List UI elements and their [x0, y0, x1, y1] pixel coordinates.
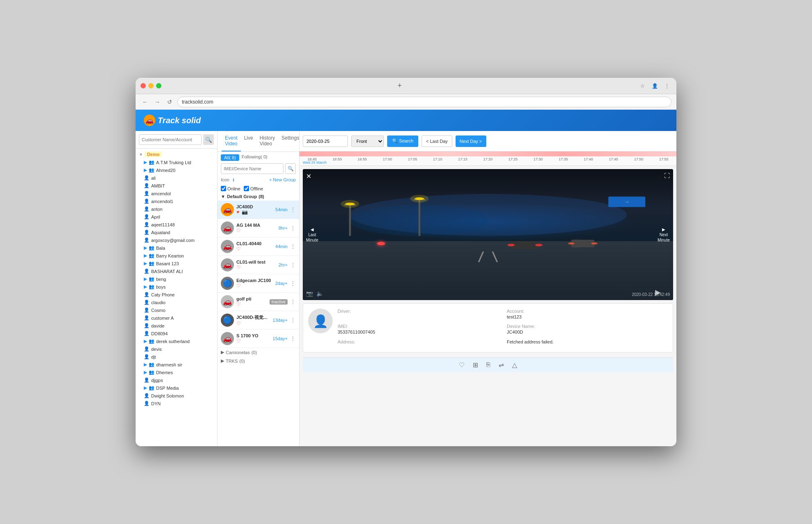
sidebar-item-dhemes[interactable]: ▶ 👥 Dhemes [136, 368, 217, 376]
device-item-s1700yo[interactable]: 🚗 S 1700 YO ♡ 15day+ ⋮ [218, 330, 299, 348]
grid-action-icon[interactable]: ⊞ [473, 361, 478, 369]
sidebar-item-anton[interactable]: 👤 anton [136, 205, 217, 213]
device-item-jc400d[interactable]: 🚗 JC400D ♥ 📷 54min ⋮ [218, 201, 299, 219]
video-prev-button[interactable]: ◀ Last Minute [306, 227, 318, 242]
tab-history-video[interactable]: History Video [256, 131, 278, 151]
device-item-cl01-willtest[interactable]: 🚗 CL01-will test ♡ 2hr+ ⋮ [218, 256, 299, 274]
sidebar-item-dsp[interactable]: ▶ 👥 DSP Media [136, 384, 217, 392]
sidebar-item-ali[interactable]: 👤 ali [136, 174, 217, 182]
heart-icon[interactable]: ♡ [236, 264, 241, 270]
sidebar-item-aqualand[interactable]: 👤 Aqualand [136, 228, 217, 236]
sidebar-item-djjgps[interactable]: 👤 djjgps [136, 376, 217, 384]
tab-live[interactable]: Live [241, 131, 256, 151]
maximize-button[interactable] [156, 83, 161, 88]
copy-action-icon[interactable]: ⎘ [486, 361, 490, 369]
tab-event-video[interactable]: Event Video [222, 131, 241, 151]
camera-icon[interactable]: 📷 [242, 209, 248, 215]
user-icon[interactable]: 👤 [650, 81, 659, 90]
sidebar-item-amcendol1[interactable]: 👤 amcendol1 [136, 197, 217, 205]
sidebar-item-beng[interactable]: ▶ 👥 beng [136, 275, 217, 283]
heart-icon[interactable]: ♡ [236, 228, 241, 233]
video-fullscreen-button[interactable]: ⛶ [664, 172, 670, 179]
sidebar-item-april[interactable]: 👤 April [136, 213, 217, 221]
route-action-icon[interactable]: ⇌ [499, 361, 504, 369]
close-button[interactable] [141, 83, 146, 88]
device-item-jc400d-vision[interactable]: 🔵 JC400D-视觉... ♡ 13day+ ⋮ [218, 311, 299, 330]
tab-settings[interactable]: Settings [278, 131, 299, 151]
device-more-menu[interactable]: ⋮ [290, 262, 296, 268]
sidebar-item-derek[interactable]: ▶ 👥 derek sutherland [136, 337, 217, 345]
new-tab-button[interactable]: + [397, 81, 402, 90]
device-more-menu[interactable]: ⋮ [290, 243, 296, 250]
device-item-golf[interactable]: 🚗 golf pti ♡ Inactive ⋮ [218, 293, 299, 311]
device-more-menu[interactable]: ⋮ [290, 206, 296, 213]
camera-select[interactable]: Front [351, 136, 384, 147]
minimize-button[interactable] [148, 83, 154, 88]
favorite-action-icon[interactable]: ♡ [459, 361, 465, 369]
sidebar-item-ambit[interactable]: 👤 AMBIT [136, 182, 217, 190]
customer-search-input[interactable] [139, 134, 202, 145]
reload-button[interactable]: ↺ [165, 97, 174, 106]
device-more-menu[interactable]: ⋮ [290, 335, 296, 342]
filter-following-btn[interactable]: Following( 0) [242, 154, 268, 161]
screenshot-icon[interactable]: 📷 [306, 290, 313, 297]
customer-search-button[interactable]: 🔍 [203, 134, 214, 145]
back-button[interactable]: ← [141, 97, 150, 106]
sidebar-item-djt[interactable]: 👤 djt [136, 353, 217, 361]
offline-filter[interactable]: Offline [244, 186, 263, 191]
sidebar-item-customer-a[interactable]: 👤 customer A [136, 314, 217, 322]
sidebar-item-dharmesh[interactable]: ▶ 👥 dharmesh sir [136, 361, 217, 368]
online-filter[interactable]: Online [221, 186, 240, 191]
heart-icon[interactable]: ♥ [236, 209, 239, 215]
forward-button[interactable]: → [153, 97, 162, 106]
sidebar-item-basharat[interactable]: 👤 BASHARAT ALI [136, 267, 217, 275]
device-item-edgecam[interactable]: 🔵 Edgecam JC100 ♡ 2day+ ⋮ [218, 274, 299, 293]
device-item-cl01-40440[interactable]: 🚗 CL01-40440 ♡ 44min ⋮ [218, 237, 299, 256]
device-more-menu[interactable]: ⋮ [290, 317, 296, 323]
device-more-menu[interactable]: ⋮ [290, 298, 296, 305]
sidebar-item-dd8094[interactable]: 👤 DD8094 [136, 330, 217, 337]
sidebar-item-cosmo[interactable]: 👤 Cosmo [136, 306, 217, 314]
icon-filter-info[interactable]: ℹ [233, 178, 234, 182]
video-close-button[interactable]: ✕ [306, 172, 311, 180]
sidebar-item-devis[interactable]: 👤 devis [136, 345, 217, 353]
new-group-btn[interactable]: + New Group [269, 177, 296, 182]
sidebar-item-amcendol[interactable]: 👤 amcendol [136, 190, 217, 197]
alert-action-icon[interactable]: △ [512, 361, 517, 369]
device-more-menu[interactable]: ⋮ [290, 225, 296, 231]
collapse-icon[interactable]: ▼ [221, 194, 225, 199]
filter-all-btn[interactable]: All( 8) [221, 154, 239, 161]
sidebar-item-atm[interactable]: ▶ 👥 A.T.M Truking Ltd [136, 158, 217, 166]
heart-icon[interactable]: ♡ [236, 283, 241, 289]
sidebar-item-aqeel[interactable]: 👤 aqeel11148 [136, 221, 217, 228]
heart-icon[interactable]: ♡ [236, 338, 241, 344]
sidebar-item-dyn[interactable]: 👤 DYN [136, 400, 217, 407]
search-button[interactable]: 🔍 Search [387, 136, 418, 147]
device-search-button[interactable]: 🔍 [285, 163, 296, 174]
heart-icon[interactable]: ♡ [236, 301, 241, 307]
sidebar-item-demo[interactable]: ▼ Demo [136, 150, 217, 158]
sidebar-item-caty[interactable]: 👤 Caty Phone [136, 291, 217, 298]
device-more-menu[interactable]: ⋮ [290, 280, 296, 287]
sidebar-item-dwight[interactable]: 👤 Dwight Solomon [136, 392, 217, 400]
offline-checkbox[interactable] [244, 186, 249, 191]
address-bar[interactable] [177, 97, 671, 107]
device-search-input[interactable] [221, 163, 284, 174]
heart-icon[interactable]: ♡ [236, 246, 241, 252]
sub-group-trks[interactable]: ▶ TRKS (0) [218, 357, 299, 365]
video-next-button[interactable]: ▶ Next Minute [658, 227, 670, 242]
sidebar-item-ahmed20[interactable]: ▶ 👥 Ahmed20 [136, 166, 217, 174]
last-day-button[interactable]: < Last Day [422, 136, 452, 147]
sub-group-camionetas[interactable]: ▶ Camionetas (0) [218, 348, 299, 357]
sidebar-item-basant[interactable]: ▶ 👥 Basant 123 [136, 260, 217, 267]
device-item-ag144ma[interactable]: 🚗 AG 144 MA ♡ 8hr+ ⋮ [218, 219, 299, 237]
date-input[interactable] [303, 136, 348, 147]
star-icon[interactable]: ☆ [638, 81, 647, 90]
sidebar-item-bala[interactable]: ▶ 👥 Bala [136, 244, 217, 252]
next-day-button[interactable]: Next Day > [456, 136, 486, 147]
sidebar-item-boys[interactable]: ▶ 👥 boys [136, 283, 217, 291]
sidebar-item-davide[interactable]: 👤 davide [136, 322, 217, 330]
sidebar-item-argoxcoy[interactable]: 👤 argoxcoy@gmail.com [136, 236, 217, 244]
heart-icon[interactable]: ♡ [236, 321, 241, 326]
sidebar-item-barry[interactable]: ▶ 👥 Barry Kearton [136, 252, 217, 260]
